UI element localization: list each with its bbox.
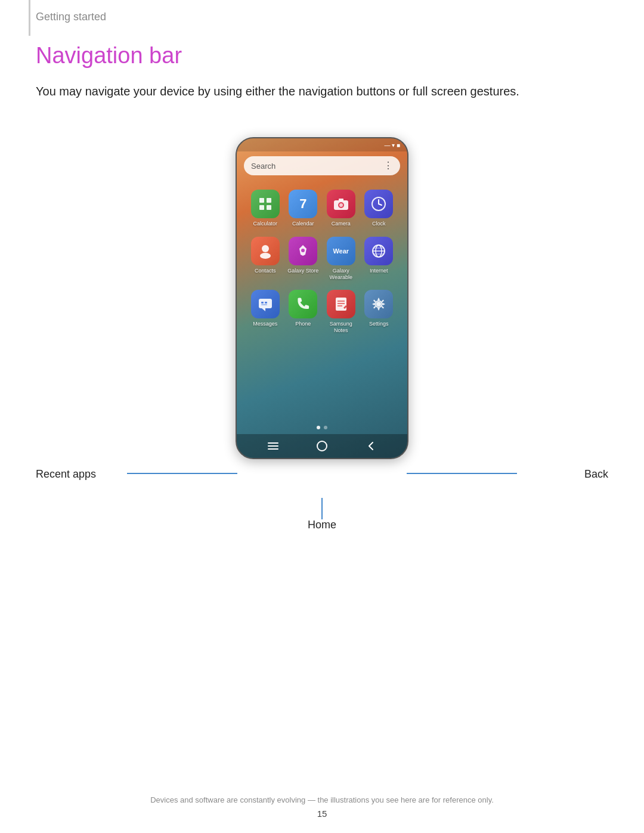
home-label: Home	[308, 519, 336, 531]
page-title: Navigation bar	[36, 43, 182, 69]
recent-apps-label: Recent apps	[36, 468, 96, 481]
dot-inactive	[324, 426, 327, 429]
phone-label: Phone	[295, 321, 311, 327]
footer-note: Devices and software are constantly evol…	[0, 795, 644, 804]
search-menu-icon[interactable]: ⋮	[383, 161, 393, 171]
phone-mockup: — ▾ ■ Search ⋮ Calculator	[236, 137, 408, 459]
svg-rect-3	[267, 205, 271, 210]
app-item-camera[interactable]: Camera	[322, 185, 360, 232]
messages-icon	[251, 290, 280, 318]
phone-icon	[289, 290, 317, 318]
svg-rect-2	[259, 205, 264, 210]
app-item-samsung-notes[interactable]: Samsung Notes	[322, 285, 360, 339]
search-bar[interactable]: Search ⋮	[244, 156, 400, 175]
status-bar: — ▾ ■	[237, 138, 407, 151]
recent-apps-button[interactable]	[265, 438, 281, 454]
svg-point-11	[262, 245, 269, 252]
svg-point-28	[376, 302, 381, 306]
galaxy-wearable-icon: Wear	[327, 237, 355, 265]
internet-label: Internet	[370, 268, 388, 274]
svg-marker-20	[262, 308, 265, 311]
samsung-notes-label: Samsung Notes	[322, 321, 360, 334]
recent-apps-line	[127, 473, 237, 474]
camera-label: Camera	[332, 221, 351, 227]
phone-frame: — ▾ ■ Search ⋮ Calculator	[236, 137, 408, 459]
svg-point-6	[339, 203, 343, 207]
svg-rect-1	[267, 198, 271, 203]
contacts-icon	[251, 237, 280, 265]
svg-point-12	[260, 253, 271, 259]
home-line	[321, 498, 323, 519]
app-item-clock[interactable]: Clock	[360, 185, 398, 232]
back-button[interactable]	[363, 438, 379, 454]
calculator-icon	[251, 190, 280, 218]
svg-rect-7	[339, 199, 343, 201]
page-border	[29, 0, 30, 36]
app-item-phone[interactable]: Phone	[284, 285, 323, 339]
app-item-messages[interactable]: Messages	[246, 285, 284, 339]
phone-nav-bar	[237, 434, 407, 458]
svg-point-13	[301, 249, 305, 252]
app-item-settings[interactable]: Settings	[360, 285, 398, 339]
svg-rect-0	[259, 198, 264, 203]
svg-point-33	[317, 441, 327, 451]
camera-icon	[327, 190, 355, 218]
svg-line-10	[379, 204, 382, 205]
messages-label: Messages	[253, 321, 277, 327]
app-item-calendar[interactable]: 7 Calendar	[284, 185, 323, 232]
samsung-notes-icon	[327, 290, 355, 318]
svg-rect-22	[265, 302, 267, 304]
galaxy-store-icon	[289, 237, 317, 265]
dot-active	[317, 426, 320, 429]
calendar-icon: 7	[289, 190, 317, 218]
section-description: You may navigate your device by using ei…	[36, 82, 608, 100]
galaxy-store-label: Galaxy Store	[287, 268, 318, 274]
galaxy-wearable-label: Galaxy Wearable	[322, 268, 360, 281]
contacts-label: Contacts	[255, 268, 276, 274]
app-item-galaxy-store[interactable]: Galaxy Store	[284, 232, 323, 286]
back-label: Back	[584, 468, 608, 481]
app-grid: Calculator 7 Calendar	[237, 180, 407, 343]
back-line	[407, 473, 517, 474]
home-button[interactable]	[314, 438, 330, 454]
svg-rect-23	[261, 304, 267, 305]
internet-icon	[364, 237, 393, 265]
search-text: Search	[251, 162, 275, 171]
calendar-label: Calendar	[292, 221, 314, 227]
page-number: 15	[0, 809, 644, 819]
clock-icon	[364, 190, 393, 218]
app-item-calculator[interactable]: Calculator	[246, 185, 284, 232]
page-dots	[237, 421, 407, 434]
app-item-internet[interactable]: Internet	[360, 232, 398, 286]
app-item-galaxy-wearable[interactable]: Wear Galaxy Wearable	[322, 232, 360, 286]
section-header: Getting started	[36, 11, 106, 23]
app-item-contacts[interactable]: Contacts	[246, 232, 284, 286]
clock-label: Clock	[372, 221, 386, 227]
svg-rect-21	[261, 302, 264, 304]
settings-icon	[364, 290, 393, 318]
status-icons: — ▾ ■	[384, 142, 400, 148]
calculator-label: Calculator	[253, 221, 277, 227]
settings-label: Settings	[369, 321, 389, 327]
